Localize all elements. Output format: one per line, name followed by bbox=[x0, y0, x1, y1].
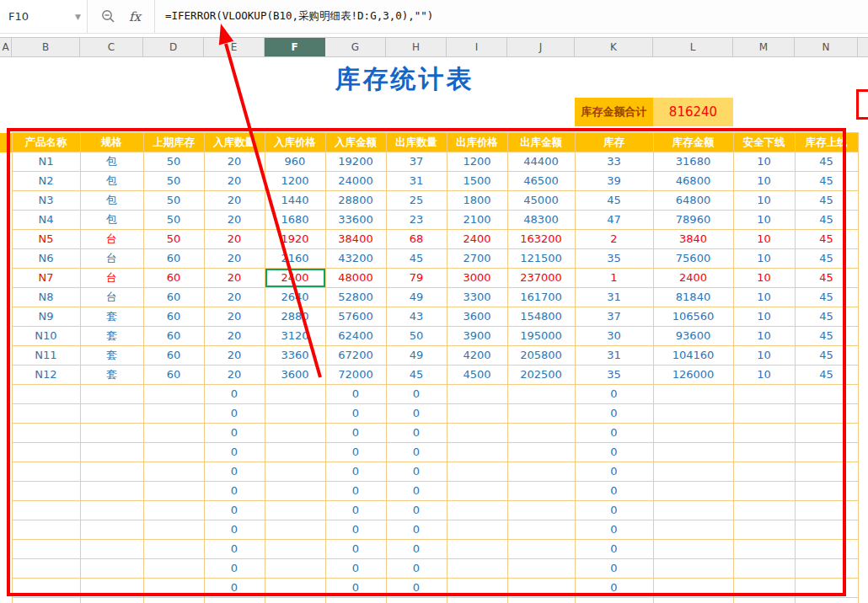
cell[interactable]: 0 bbox=[386, 462, 447, 482]
formula-input[interactable]: =IFERROR(VLOOKUP(B10,采购明细表!D:G,3,0),"") bbox=[155, 9, 868, 24]
cell[interactable]: 35 bbox=[575, 366, 653, 385]
cell[interactable]: 0 bbox=[204, 482, 265, 501]
cell[interactable] bbox=[733, 404, 795, 424]
cell[interactable] bbox=[0, 520, 12, 540]
cell[interactable] bbox=[507, 579, 575, 598]
cell[interactable]: 2640 bbox=[265, 288, 325, 307]
table-header-cell[interactable]: 规格 bbox=[80, 133, 143, 152]
cell[interactable]: 2400 bbox=[653, 269, 733, 288]
cell[interactable] bbox=[795, 424, 858, 443]
cell[interactable] bbox=[0, 133, 12, 152]
cell[interactable] bbox=[653, 559, 733, 579]
cell[interactable]: N11 bbox=[12, 346, 80, 366]
cell[interactable]: 46800 bbox=[653, 172, 733, 191]
column-header-K[interactable]: K bbox=[575, 38, 653, 56]
cell[interactable] bbox=[653, 501, 733, 520]
cell[interactable] bbox=[143, 424, 204, 443]
cell[interactable]: 126000 bbox=[653, 366, 733, 385]
cell[interactable]: 48300 bbox=[507, 211, 575, 230]
cell[interactable] bbox=[507, 404, 575, 424]
cell[interactable] bbox=[12, 501, 80, 520]
cell[interactable]: 0 bbox=[386, 385, 447, 404]
cell[interactable]: 30 bbox=[575, 327, 653, 346]
cell[interactable]: 60 bbox=[143, 249, 204, 269]
table-header-cell[interactable]: 入库金额 bbox=[325, 133, 386, 152]
cell[interactable] bbox=[12, 559, 80, 579]
cell[interactable]: 0 bbox=[386, 579, 447, 598]
cell[interactable] bbox=[80, 462, 143, 482]
cell[interactable] bbox=[733, 443, 795, 462]
cell[interactable] bbox=[795, 462, 858, 482]
cell[interactable]: 0 bbox=[575, 462, 653, 482]
cell[interactable] bbox=[447, 559, 507, 579]
cell[interactable]: 237000 bbox=[507, 269, 575, 288]
cell[interactable]: 0 bbox=[325, 540, 386, 559]
cell[interactable]: 0 bbox=[575, 559, 653, 579]
cell[interactable]: 0 bbox=[325, 443, 386, 462]
column-header-J[interactable]: J bbox=[507, 38, 575, 56]
cell[interactable]: 10 bbox=[733, 172, 795, 191]
cell[interactable] bbox=[80, 598, 143, 603]
cell[interactable]: 包 bbox=[80, 152, 143, 172]
cell[interactable]: 33600 bbox=[325, 211, 386, 230]
cell[interactable] bbox=[447, 385, 507, 404]
cell[interactable] bbox=[733, 482, 795, 501]
cell[interactable]: 20 bbox=[204, 307, 265, 327]
cell[interactable]: 46500 bbox=[507, 172, 575, 191]
cell[interactable] bbox=[0, 288, 12, 307]
column-header-I[interactable]: I bbox=[447, 38, 507, 56]
cell[interactable]: 19200 bbox=[325, 152, 386, 172]
cell[interactable]: 包 bbox=[80, 211, 143, 230]
cell[interactable] bbox=[733, 501, 795, 520]
cell[interactable] bbox=[0, 249, 12, 269]
cell[interactable]: 57600 bbox=[325, 307, 386, 327]
cell[interactable] bbox=[143, 520, 204, 540]
cell[interactable]: 0 bbox=[386, 540, 447, 559]
cell[interactable]: 2880 bbox=[265, 307, 325, 327]
cell[interactable]: 20 bbox=[204, 269, 265, 288]
table-header-cell[interactable]: 库存 bbox=[575, 133, 653, 152]
cell[interactable]: 0 bbox=[386, 404, 447, 424]
cell[interactable] bbox=[0, 559, 12, 579]
cell[interactable]: 套 bbox=[80, 307, 143, 327]
cell[interactable]: N8 bbox=[12, 288, 80, 307]
column-header-N[interactable]: N bbox=[795, 38, 858, 56]
cell[interactable] bbox=[733, 598, 795, 603]
cell[interactable] bbox=[143, 385, 204, 404]
cell[interactable] bbox=[733, 540, 795, 559]
cell[interactable]: 45 bbox=[795, 191, 858, 211]
cell[interactable] bbox=[0, 598, 12, 603]
table-header-cell[interactable]: 出库数量 bbox=[386, 133, 447, 152]
cell[interactable] bbox=[653, 520, 733, 540]
cell[interactable] bbox=[0, 501, 12, 520]
cell[interactable] bbox=[795, 598, 858, 603]
cell[interactable] bbox=[12, 540, 80, 559]
cell[interactable]: 45 bbox=[386, 366, 447, 385]
cell[interactable]: 3360 bbox=[265, 346, 325, 366]
cell[interactable] bbox=[80, 540, 143, 559]
cell[interactable] bbox=[733, 385, 795, 404]
table-header-cell[interactable]: 库存金额 bbox=[653, 133, 733, 152]
cell[interactable]: 45 bbox=[795, 366, 858, 385]
cell[interactable]: 37 bbox=[575, 307, 653, 327]
cell[interactable] bbox=[733, 462, 795, 482]
column-header-G[interactable]: G bbox=[325, 38, 386, 56]
column-header-L[interactable]: L bbox=[653, 38, 733, 56]
cell[interactable]: 10 bbox=[733, 346, 795, 366]
cell[interactable]: 20 bbox=[204, 327, 265, 346]
cell[interactable]: 0 bbox=[575, 385, 653, 404]
cell[interactable]: 60 bbox=[143, 346, 204, 366]
cell[interactable] bbox=[507, 462, 575, 482]
cell[interactable]: 包 bbox=[80, 172, 143, 191]
cell[interactable] bbox=[143, 579, 204, 598]
cell[interactable] bbox=[795, 520, 858, 540]
cell[interactable] bbox=[80, 559, 143, 579]
cell[interactable]: 10 bbox=[733, 366, 795, 385]
cell[interactable]: 1200 bbox=[265, 172, 325, 191]
cell[interactable]: N7 bbox=[12, 269, 80, 288]
cell[interactable]: 20 bbox=[204, 230, 265, 249]
cell[interactable]: 4500 bbox=[447, 366, 507, 385]
cell[interactable]: 0 bbox=[325, 404, 386, 424]
cell[interactable]: 0 bbox=[386, 443, 447, 462]
cell[interactable]: N6 bbox=[12, 249, 80, 269]
